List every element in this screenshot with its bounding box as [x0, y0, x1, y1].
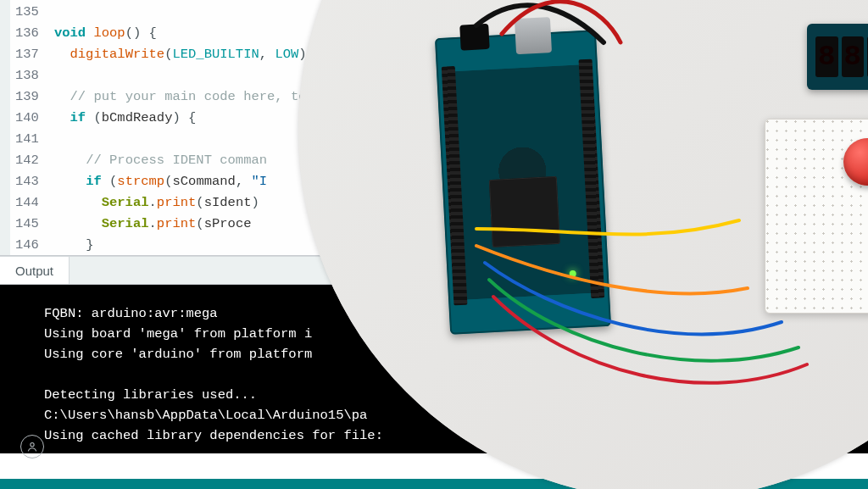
svg-point-0 — [31, 443, 34, 447]
code-line[interactable] — [54, 65, 314, 86]
power-jack — [459, 24, 490, 51]
red-push-button — [843, 138, 868, 186]
code-line[interactable]: // Process IDENT comman — [54, 150, 314, 171]
line-number: 146 — [15, 235, 39, 256]
board-power-led — [570, 270, 576, 277]
line-number: 138 — [15, 65, 39, 86]
tab-output[interactable]: Output — [0, 257, 70, 284]
code-line[interactable]: void loop() { — [54, 23, 314, 44]
seven-seg-digit: 8 — [815, 36, 838, 77]
code-content[interactable]: void loop() { digitalWrite(LED_BUILTIN, … — [53, 0, 314, 255]
seven-segment-display: 88888296 — [807, 24, 868, 90]
line-number: 139 — [15, 86, 39, 108]
line-number: 141 — [15, 129, 39, 150]
code-line[interactable] — [54, 129, 314, 150]
code-line[interactable] — [54, 2, 314, 23]
seven-seg-digit: 8 — [842, 36, 865, 77]
arduino-mega-board — [435, 30, 611, 334]
line-number: 136 — [15, 23, 39, 44]
code-line[interactable]: Serial.print(sIdent) — [54, 192, 314, 214]
usb-connector — [515, 17, 552, 54]
code-line[interactable]: digitalWrite(LED_BUILTIN, LOW); — [54, 44, 314, 65]
profile-icon[interactable] — [20, 435, 44, 458]
code-line[interactable]: } — [54, 235, 314, 256]
line-number: 143 — [15, 171, 39, 192]
line-number: 140 — [15, 108, 39, 129]
line-number: 144 — [15, 192, 39, 214]
line-number: 145 — [15, 214, 39, 235]
code-line[interactable]: if (bCmdReady) { — [54, 108, 314, 129]
editor-left-margin — [0, 0, 10, 255]
code-line[interactable]: if (strcmp(sCommand, "I — [54, 171, 314, 192]
line-number: 135 — [15, 2, 39, 23]
breadboard — [765, 119, 868, 314]
line-number: 142 — [15, 150, 39, 171]
code-line[interactable]: // put your main code here, to — [54, 86, 314, 108]
line-number: 137 — [15, 44, 39, 65]
code-line[interactable]: Serial.print(sProce — [54, 214, 314, 235]
line-number-gutter: 135136137138139140141142143144145146 — [10, 0, 53, 255]
